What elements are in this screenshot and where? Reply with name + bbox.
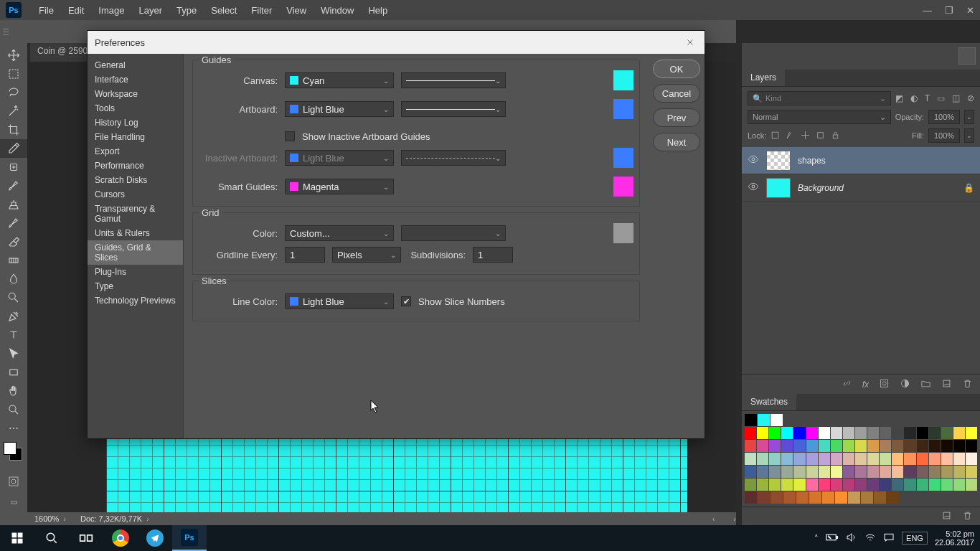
swatch[interactable] — [929, 479, 941, 491]
prefs-category[interactable]: Tools — [88, 101, 183, 116]
swatch[interactable] — [917, 479, 928, 491]
artboard-guide-color-select[interactable]: Light Blue⌄ — [285, 101, 394, 117]
swatch[interactable] — [831, 427, 842, 439]
swatch[interactable] — [745, 466, 756, 478]
adjustment-layer-icon[interactable] — [900, 378, 910, 391]
swatch[interactable] — [745, 414, 757, 426]
layer-fx-icon[interactable]: fx — [862, 380, 869, 390]
swatch[interactable] — [843, 479, 854, 491]
magic-wand-tool[interactable] — [0, 102, 27, 121]
swatch[interactable] — [781, 453, 793, 465]
filter-pixel-icon[interactable]: ◩ — [895, 93, 903, 103]
preferences-titlebar[interactable]: Preferences — [88, 31, 705, 54]
menu-filter[interactable]: Filter — [244, 5, 279, 16]
canvas-guide-color-select[interactable]: Cyan⌄ — [285, 72, 394, 88]
swatch[interactable] — [831, 453, 842, 465]
document-canvas[interactable] — [106, 433, 687, 512]
filter-type-icon[interactable]: T — [925, 93, 930, 103]
prefs-category[interactable]: Workspace — [88, 87, 183, 101]
swatch[interactable] — [819, 427, 830, 439]
prefs-category[interactable]: Plug-Ins — [88, 265, 183, 279]
swatch[interactable] — [941, 453, 953, 465]
swatch[interactable] — [819, 466, 830, 478]
swatch[interactable] — [880, 453, 891, 465]
prefs-category[interactable]: Scratch Disks — [88, 173, 183, 187]
swatch[interactable] — [929, 427, 941, 439]
swatch[interactable] — [855, 453, 867, 465]
swatch[interactable] — [757, 427, 768, 439]
swatch[interactable] — [867, 427, 879, 439]
start-button[interactable] — [0, 525, 34, 551]
swatch[interactable] — [843, 427, 854, 439]
delete-layer-icon[interactable] — [962, 378, 973, 391]
swatch[interactable] — [855, 427, 867, 439]
swatch[interactable] — [953, 479, 965, 491]
lock-transparency-icon[interactable] — [771, 131, 780, 141]
optionsbar-handle-icon[interactable] — [3, 23, 9, 40]
swatch[interactable] — [892, 453, 903, 465]
close-icon[interactable] — [683, 35, 697, 50]
prefs-category[interactable]: Units & Rulers — [88, 226, 183, 240]
prefs-category[interactable]: File Handling — [88, 130, 183, 144]
swatch[interactable] — [757, 453, 768, 465]
swatch[interactable] — [953, 453, 965, 465]
swatch[interactable] — [781, 427, 793, 439]
swatch[interactable] — [887, 491, 899, 504]
blur-tool[interactable] — [0, 270, 27, 288]
scroll-left-icon[interactable]: ‹ — [712, 514, 715, 523]
prefs-category[interactable]: Cursors — [88, 187, 183, 202]
swatch[interactable] — [771, 414, 783, 426]
scroll-right-icon[interactable]: › — [733, 514, 736, 523]
layer-name[interactable]: shapes — [798, 156, 826, 166]
show-slice-numbers-checkbox[interactable]: ✔ — [401, 296, 411, 306]
prefs-category[interactable]: Technology Previews — [88, 293, 183, 308]
swatch[interactable] — [835, 491, 847, 504]
swatch[interactable] — [855, 440, 867, 452]
filter-adjust-icon[interactable]: ◐ — [910, 93, 918, 103]
blend-mode-select[interactable]: Normal⌄ — [748, 110, 891, 124]
smart-guides-color-select[interactable]: Magenta⌄ — [285, 179, 394, 194]
photoshop-taskbar-icon[interactable]: Ps — [172, 525, 207, 551]
type-tool[interactable] — [0, 326, 27, 344]
layer-thumbnail[interactable] — [766, 178, 791, 198]
prefs-category[interactable]: History Log — [88, 116, 183, 130]
visibility-eye-icon[interactable] — [748, 181, 759, 194]
swatch[interactable] — [917, 453, 928, 465]
swatch[interactable] — [892, 440, 903, 452]
brush-tool[interactable] — [0, 176, 27, 195]
swatch[interactable] — [757, 440, 768, 452]
swatch[interactable] — [904, 440, 915, 452]
swatch[interactable] — [855, 479, 867, 491]
lock-artboard-icon[interactable] — [816, 131, 825, 141]
swatch[interactable] — [769, 440, 781, 452]
lasso-tool[interactable] — [0, 83, 27, 102]
new-swatch-icon[interactable] — [941, 510, 952, 523]
dodge-tool[interactable] — [0, 288, 27, 307]
swatch[interactable] — [793, 427, 805, 439]
swatch[interactable] — [880, 479, 891, 491]
next-button[interactable]: Next — [653, 133, 700, 151]
swatch[interactable] — [769, 427, 781, 439]
swatch[interactable] — [941, 427, 953, 439]
opacity-chevron-icon[interactable]: ⌄ — [964, 110, 974, 124]
window-minimize-icon[interactable]: ― — [923, 5, 932, 16]
layer-kind-filter[interactable]: 🔍 Kind⌄ — [748, 91, 891, 105]
menu-window[interactable]: Window — [314, 5, 361, 16]
ok-button[interactable]: OK — [653, 60, 700, 78]
swatch[interactable] — [758, 491, 770, 504]
crop-tool[interactable] — [0, 121, 27, 139]
swatch[interactable] — [861, 491, 873, 504]
eraser-tool[interactable] — [0, 232, 27, 251]
swatch[interactable] — [880, 466, 891, 478]
lock-pixels-icon[interactable] — [786, 131, 795, 141]
action-center-icon[interactable] — [883, 532, 895, 544]
swatch[interactable] — [745, 453, 756, 465]
swatch[interactable] — [822, 491, 834, 504]
swatch[interactable] — [819, 440, 830, 452]
show-inactive-checkbox[interactable] — [285, 131, 295, 141]
swatch[interactable] — [953, 427, 965, 439]
prefs-category[interactable]: General — [88, 58, 183, 72]
link-layers-icon[interactable] — [842, 378, 852, 391]
swatches-tab[interactable]: Swatches — [742, 394, 796, 410]
prefs-category[interactable]: Type — [88, 279, 183, 293]
